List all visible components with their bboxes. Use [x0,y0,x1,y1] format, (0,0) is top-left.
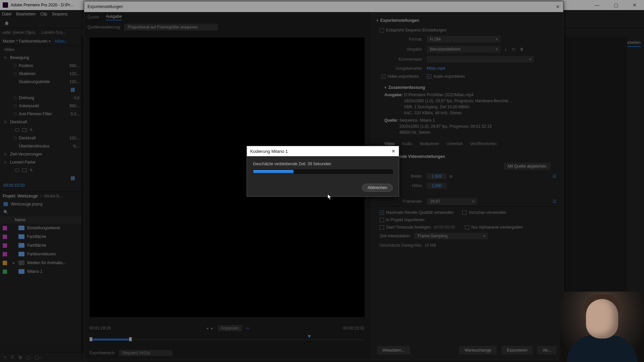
close-icon[interactable]: ✕ [556,4,560,9]
keyframe-toggle-icon[interactable] [13,136,17,140]
metadata-button[interactable]: Metadaten... [377,346,410,355]
ec-scale[interactable]: Skalieren103... [0,70,82,78]
keyframe-toggle-icon[interactable] [13,96,17,100]
match-sequence-check[interactable] [380,28,384,33]
height-input[interactable]: 1.080 [427,183,447,189]
alpha-check[interactable] [465,225,469,230]
tool-icon[interactable]: ◯─ [35,355,42,360]
aspect-icon[interactable]: ▭ [246,326,249,330]
interp-select[interactable]: Frame-Sampling [414,233,488,239]
tab-captions[interactable]: Untertitel [446,141,463,148]
menu-clip[interactable]: Clip [40,12,47,16]
preview-check[interactable] [462,210,467,215]
menu-file[interactable]: Datei [2,12,11,16]
window-maximize-button[interactable]: ▢ [609,2,623,8]
chevron-down-icon[interactable]: ▾ [376,18,378,23]
ec-antiflicker[interactable]: Anti-Flimmer-Filter0,0... [0,110,82,118]
tab-multiplexer[interactable]: Multiplexer [420,141,439,148]
match-check-icon[interactable]: ☑ [553,199,556,204]
column-name[interactable]: Name [15,218,25,222]
project-item[interactable]: Einstellungsebene [0,224,82,232]
match-check-icon[interactable]: ☑ [553,174,556,179]
project-item[interactable]: Farbfläche [0,241,82,250]
keyframe-toggle-icon[interactable] [13,64,17,67]
ec-motion[interactable]: fxBewegung [0,54,82,62]
import-check[interactable] [380,218,384,222]
keyframe-toggle-icon[interactable] [13,72,17,75]
tool-icon[interactable]: ☰ [11,355,14,360]
starttc-check[interactable] [380,225,384,230]
import-preset-icon[interactable]: 🗀 [512,47,516,52]
tab-media-browser[interactable]: Media-B... [44,194,63,198]
encoding-cancel-button[interactable]: Abbrechen [362,184,393,192]
menu-edit[interactable]: Bearbeiten [16,12,36,16]
tool-icon[interactable]: ◯ [26,355,31,360]
video-export-check[interactable] [381,74,385,79]
comments-input[interactable] [427,56,534,63]
project-item[interactable]: ▸Medien für Animatio... [0,258,82,267]
ec-lumetri-toggle[interactable] [0,174,82,181]
outputname-link[interactable]: Milan.mp4 [427,66,445,71]
rect-mask-icon[interactable] [22,128,27,132]
preview-timeline[interactable] [90,335,365,345]
timecode-in[interactable]: 00:01:28:26 [90,326,111,330]
ec-clip[interactable]: Milan... [55,39,68,44]
tab-project[interactable]: Projekt: Werkzeuge [3,194,38,198]
cancel-button[interactable]: Ab... [537,346,556,355]
ec-timecode[interactable]: 00:00:15:00 [3,183,24,188]
project-item[interactable]: Farbkorrekturen [0,250,82,258]
ec-rotation[interactable]: Drehung0,0 [0,94,82,102]
tab-source[interactable]: uelle: (keine Clips) [2,30,35,35]
ec-opacity[interactable]: Deckkraft100... [0,134,82,142]
window-close-button[interactable]: ✕ [628,2,641,8]
format-select[interactable]: H.264 [427,36,500,43]
project-item[interactable]: Farbfläche [0,232,82,241]
framerate-select[interactable]: 29,97 [427,198,477,205]
match-source-button[interactable]: Mit Quelle abgleichen [504,163,550,170]
twirl-icon[interactable]: ▸ [12,260,16,265]
pen-mask-icon[interactable]: ✎ [30,128,33,132]
scale-select[interactable]: Proportional auf Framegröße anpassen [124,24,218,31]
close-icon[interactable]: ✕ [391,148,395,154]
max-quality-check[interactable] [380,210,384,215]
range-select[interactable]: Sequenz In/Out [119,350,172,356]
menu-sequence[interactable]: Sequenz [52,12,68,16]
ec-anchor[interactable]: Ankerpunkt960... [0,102,82,110]
audio-export-check[interactable] [427,74,431,79]
save-preset-icon[interactable]: ⭳ [504,47,508,52]
ec-timeremap[interactable]: fxZeit-Verzerrungen [0,150,82,158]
ec-lumetri-masks[interactable]: ✎ [0,166,82,174]
step-back-icon[interactable]: ◂ [206,326,208,330]
preset-select[interactable]: Benutzerdefiniert [427,46,500,53]
queue-button[interactable]: Warteschlange [459,346,497,355]
keyframe-toggle-icon[interactable] [13,104,17,108]
checkbox-icon[interactable] [71,176,75,180]
tool-icon[interactable]: ▦ [18,355,22,360]
keyframe-toggle-icon[interactable] [13,112,17,116]
playhead-icon[interactable] [308,335,311,338]
home-button[interactable] [3,19,11,27]
ellipse-mask-icon[interactable] [15,169,19,172]
out-handle[interactable] [129,337,132,341]
ec-blend[interactable]: ÜberblendmodusN... [0,142,82,150]
timecode-out[interactable]: 00:00:15:01 [343,326,365,330]
ec-uniform-scale[interactable] [0,86,82,94]
link-icon[interactable]: ⧉ [449,174,452,179]
ec-position[interactable]: Position960... [0,62,82,70]
pen-mask-icon[interactable]: ✎ [30,168,33,173]
chevron-down-icon[interactable]: ▾ [384,85,386,90]
tab-publish[interactable]: Veröffentlichen [470,141,496,148]
rect-mask-icon[interactable] [22,169,27,172]
ec-lumetri[interactable]: fxLumetri-Farbe [0,158,82,166]
checkbox-icon[interactable] [71,88,75,92]
ec-opacity-group[interactable]: fxDeckkraft [0,118,82,126]
tab-output-preview[interactable]: Ausgabe [106,14,122,20]
window-minimize-button[interactable]: — [590,2,604,8]
tool-icon[interactable]: ✎ [3,355,7,360]
ec-mask-tools[interactable]: ✎ [0,126,82,134]
width-input[interactable]: 1.920 [427,173,447,179]
ec-scale-width[interactable]: Skalierungsbreite100... [0,78,82,86]
play-icon[interactable]: ▸ [211,326,213,330]
in-handle[interactable] [90,337,92,341]
tab-audio[interactable]: Audio [402,141,412,148]
